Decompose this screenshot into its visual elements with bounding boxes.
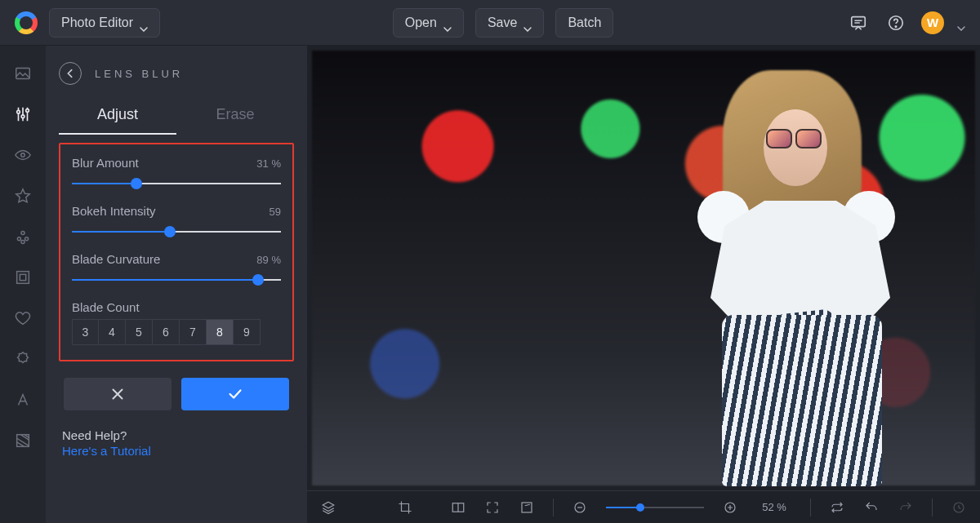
help-tutorial-link[interactable]: Here's a Tutorial — [62, 444, 294, 458]
rail-shapes-icon[interactable] — [13, 227, 33, 246]
blade-curv-label: Blade Curvature — [72, 252, 160, 266]
tab-erase[interactable]: Erase — [176, 96, 294, 135]
blade-count-option[interactable]: 7 — [180, 319, 207, 345]
fit-icon[interactable] — [484, 499, 501, 516]
svg-point-2 — [895, 25, 896, 26]
rail-adjust-icon[interactable] — [13, 104, 33, 124]
blade-count-option[interactable]: 3 — [72, 319, 99, 345]
toolbar-divider — [553, 499, 554, 516]
control-blade-curvature: Blade Curvature 89 % — [72, 252, 281, 286]
open-button[interactable]: Open — [393, 8, 464, 38]
back-button[interactable] — [59, 62, 82, 85]
blur-amount-slider[interactable] — [72, 178, 281, 189]
app-logo — [15, 11, 38, 34]
expand-icon[interactable] — [519, 499, 535, 516]
rail-star-icon[interactable] — [13, 186, 33, 206]
rail-frame-icon[interactable] — [13, 268, 33, 287]
toolbar-divider — [932, 499, 933, 516]
svg-point-9 — [17, 237, 20, 241]
svg-rect-13 — [20, 274, 25, 280]
app-mode-dropdown[interactable]: Photo Editor — [49, 8, 160, 38]
svg-rect-16 — [522, 503, 532, 512]
apply-button[interactable] — [181, 378, 289, 410]
open-label: Open — [405, 16, 437, 30]
blade-count-segmented: 3456789 — [72, 319, 281, 345]
svg-point-7 — [21, 153, 25, 157]
chevron-down-icon — [140, 20, 148, 25]
svg-point-10 — [25, 237, 29, 241]
side-panel: LENS BLUR Adjust Erase Blur Amount 31 % — [46, 46, 307, 523]
help-block: Need Help? Here's a Tutorial — [59, 428, 294, 458]
zoom-out-icon[interactable] — [572, 499, 588, 516]
rail-gear-icon[interactable] — [13, 349, 33, 369]
loop-icon[interactable] — [829, 499, 845, 516]
crop-icon[interactable] — [397, 499, 413, 516]
zoom-in-icon[interactable] — [722, 499, 738, 516]
canvas-area: 52 % — [307, 46, 980, 523]
bokeh-label: Bokeh Intensity — [72, 204, 156, 218]
blade-count-option[interactable]: 9 — [234, 319, 261, 345]
svg-point-8 — [21, 231, 24, 234]
blade-count-option[interactable]: 6 — [153, 319, 180, 345]
blade-curv-slider[interactable] — [72, 274, 281, 286]
tab-adjust[interactable]: Adjust — [59, 96, 176, 135]
blur-amount-value: 31 % — [256, 157, 281, 170]
panel-actions — [59, 378, 294, 410]
layers-icon[interactable] — [320, 499, 336, 516]
svg-rect-0 — [852, 16, 866, 26]
feedback-icon[interactable] — [846, 11, 871, 35]
chevron-down-icon — [443, 20, 452, 25]
compare-icon[interactable] — [450, 499, 466, 516]
undo-icon[interactable] — [863, 499, 880, 516]
control-bokeh-intensity: Bokeh Intensity 59 — [72, 204, 281, 237]
control-blade-count: Blade Count 3456789 — [72, 300, 281, 345]
highlighted-controls: Blur Amount 31 % Bokeh Intensity 59 — [59, 143, 294, 361]
bottom-toolbar: 52 % — [307, 490, 980, 523]
bokeh-value: 59 — [270, 206, 281, 218]
zoom-slider[interactable] — [606, 502, 704, 513]
batch-button[interactable]: Batch — [555, 8, 613, 38]
history-icon[interactable] — [951, 499, 967, 516]
help-icon[interactable] — [884, 11, 908, 35]
zoom-text: 52 % — [756, 501, 792, 513]
svg-point-4 — [17, 110, 20, 113]
blade-count-label: Blade Count — [72, 300, 140, 314]
tool-rail — [0, 46, 46, 523]
blade-count-option[interactable]: 5 — [126, 319, 153, 345]
rail-heart-icon[interactable] — [13, 308, 33, 328]
bokeh-slider[interactable] — [72, 226, 281, 237]
avatar[interactable]: W — [921, 11, 944, 34]
svg-rect-12 — [17, 272, 29, 284]
help-title: Need Help? — [62, 428, 294, 442]
svg-point-11 — [21, 240, 24, 243]
rail-texture-icon[interactable] — [13, 431, 33, 450]
avatar-letter: W — [927, 16, 938, 29]
app-mode-label: Photo Editor — [61, 16, 133, 30]
canvas[interactable] — [307, 46, 980, 490]
batch-label: Batch — [568, 16, 601, 30]
save-button[interactable]: Save — [475, 8, 544, 38]
photo-subject — [678, 70, 915, 478]
chevron-down-icon[interactable] — [957, 20, 965, 25]
panel-tabs: Adjust Erase — [59, 96, 294, 135]
panel-title: LENS BLUR — [95, 68, 183, 80]
toolbar-divider — [810, 499, 811, 516]
control-blur-amount: Blur Amount 31 % — [72, 156, 281, 189]
svg-point-5 — [21, 115, 24, 118]
redo-icon[interactable] — [898, 499, 914, 516]
rail-image-icon[interactable] — [13, 64, 33, 83]
blade-count-option[interactable]: 8 — [207, 319, 234, 345]
svg-rect-3 — [16, 69, 30, 79]
blur-amount-label: Blur Amount — [72, 156, 139, 170]
cancel-button[interactable] — [64, 378, 172, 410]
save-label: Save — [488, 16, 517, 30]
blade-count-option[interactable]: 4 — [99, 319, 126, 345]
blade-curv-value: 89 % — [256, 254, 281, 266]
main-area: LENS BLUR Adjust Erase Blur Amount 31 % — [0, 46, 980, 523]
rail-text-icon[interactable] — [13, 390, 33, 410]
chevron-down-icon — [523, 20, 532, 25]
svg-point-6 — [26, 109, 29, 113]
rail-eye-icon[interactable] — [13, 145, 33, 165]
top-bar: Photo Editor Open Save Batch W — [0, 0, 980, 46]
